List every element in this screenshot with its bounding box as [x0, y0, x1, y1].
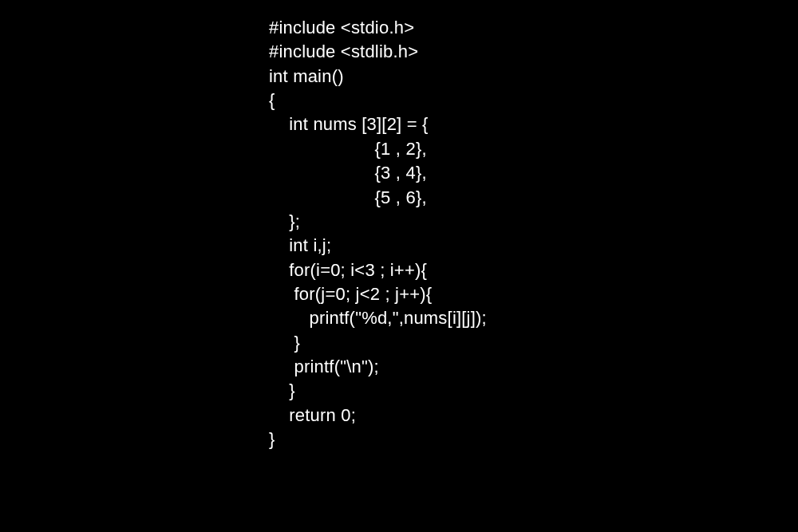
code-line: printf("\n");	[269, 355, 798, 379]
code-line: {1 , 2},	[269, 137, 798, 161]
code-line: for(j=0; j<2 ; j++){	[269, 282, 798, 306]
code-line: };	[269, 210, 798, 234]
code-line: for(i=0; i<3 ; i++){	[269, 258, 798, 282]
code-line: return 0;	[269, 404, 798, 428]
code-line: printf("%d,",nums[i][j]);	[269, 306, 798, 330]
code-line: }	[269, 331, 798, 355]
code-line: int i,j;	[269, 234, 798, 258]
code-line: }	[269, 428, 798, 451]
code-line: int nums [3][2] = {	[269, 112, 798, 136]
code-block: #include <stdio.h> #include <stdlib.h> i…	[0, 0, 798, 451]
code-line: {3 , 4},	[269, 161, 798, 185]
code-line: }	[269, 379, 798, 403]
code-line: int main()	[269, 65, 798, 89]
code-line: #include <stdlib.h>	[269, 40, 798, 64]
code-line: {	[269, 89, 798, 112]
code-line: #include <stdio.h>	[269, 16, 798, 40]
code-line: {5 , 6},	[269, 186, 798, 210]
